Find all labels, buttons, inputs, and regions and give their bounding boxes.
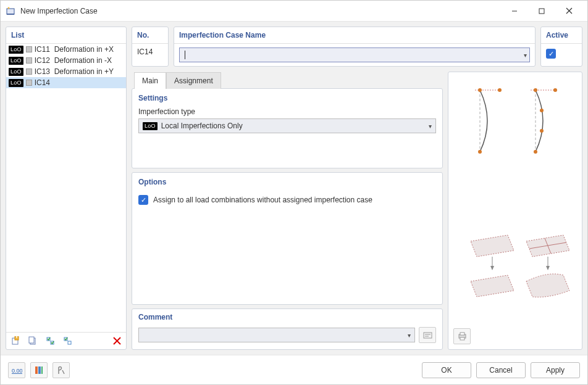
app-icon bbox=[6, 6, 15, 16]
name-title: Imperfection Case Name bbox=[174, 27, 535, 44]
cancel-button[interactable]: Cancel bbox=[476, 362, 526, 378]
svg-point-24 bbox=[478, 88, 482, 92]
list-item-name: Deformation in -X bbox=[54, 56, 112, 65]
list-item-id: IC11 bbox=[35, 45, 52, 54]
list-badge: LoO bbox=[9, 68, 23, 76]
svg-point-33 bbox=[534, 150, 537, 154]
list-item-id: IC12 bbox=[35, 56, 52, 65]
comment-edit-icon[interactable] bbox=[419, 327, 436, 343]
options-section: Options ✓ Assign to all load combination… bbox=[132, 172, 443, 305]
minimize-button[interactable] bbox=[501, 3, 528, 19]
list-item-name: Deformation in +X bbox=[54, 45, 114, 54]
options-header: Options bbox=[132, 173, 442, 189]
svg-rect-49 bbox=[41, 366, 43, 374]
window-title: New Imperfection Case bbox=[20, 7, 98, 15]
list-item[interactable]: LoOIC11Deformation in +X bbox=[6, 44, 126, 55]
chevron-down-icon[interactable]: ▾ bbox=[524, 52, 527, 59]
list-item-id: IC13 bbox=[35, 67, 52, 76]
assign-all-label: Assign to all load combinations without … bbox=[153, 196, 372, 204]
svg-rect-48 bbox=[38, 366, 41, 374]
new-icon[interactable] bbox=[9, 334, 22, 348]
tab-assignment[interactable]: Assignment bbox=[166, 72, 221, 89]
imperfection-type-dropdown[interactable]: LoO Local Imperfections Only ▾ bbox=[138, 118, 436, 133]
list-badge: LoO bbox=[9, 57, 23, 65]
svg-point-2 bbox=[8, 7, 10, 9]
chevron-down-icon: ▾ bbox=[429, 123, 432, 130]
preview-image bbox=[453, 77, 577, 325]
assign-all-checkbox[interactable]: ✓ bbox=[138, 195, 148, 205]
svg-marker-37 bbox=[471, 275, 514, 297]
list-badge: LoO bbox=[9, 79, 23, 87]
name-panel: Imperfection Case Name ▾ bbox=[174, 27, 536, 67]
svg-point-26 bbox=[478, 150, 482, 154]
list-item-name: Deformation in +Y bbox=[54, 67, 114, 76]
active-title: Active bbox=[541, 27, 582, 44]
type-badge: LoO bbox=[143, 122, 158, 130]
apply-button[interactable]: Apply bbox=[531, 362, 580, 378]
delete-icon[interactable] bbox=[110, 334, 124, 348]
check-all-icon[interactable] bbox=[43, 334, 57, 348]
tab-main[interactable]: Main bbox=[134, 72, 166, 89]
list-item[interactable]: LoOIC12Deformation in -X bbox=[6, 55, 126, 66]
svg-point-30 bbox=[553, 88, 557, 92]
bottom-right-buttons: OK Cancel Apply bbox=[422, 362, 580, 378]
svg-rect-0 bbox=[7, 9, 14, 14]
svg-rect-4 bbox=[539, 9, 544, 14]
color-swatch bbox=[26, 46, 32, 52]
list-item[interactable]: LoOIC13Deformation in +Y bbox=[6, 66, 126, 77]
svg-rect-12 bbox=[29, 337, 34, 343]
svg-point-31 bbox=[540, 109, 544, 112]
imperfection-type-label: Imperfection type bbox=[138, 107, 436, 116]
svg-point-25 bbox=[498, 88, 502, 92]
list-toolbar bbox=[6, 332, 126, 349]
titlebar: New Imperfection Case bbox=[1, 1, 587, 22]
list-badge: LoO bbox=[9, 46, 23, 54]
close-button[interactable] bbox=[555, 3, 582, 19]
form-panel: Main Assignment Settings Imperfection ty… bbox=[132, 72, 443, 350]
bottom-left-tools: 0.00 bbox=[8, 362, 70, 378]
active-panel: Active ✓ bbox=[540, 27, 582, 67]
dialog-window: New Imperfection Case List LoOIC11Deform… bbox=[0, 0, 588, 385]
maximize-button[interactable] bbox=[528, 3, 555, 19]
svg-rect-47 bbox=[35, 366, 38, 374]
svg-point-32 bbox=[540, 129, 544, 133]
list-body: LoOIC11Deformation in +XLoOIC12Deformati… bbox=[6, 44, 126, 332]
list-title: List bbox=[6, 27, 126, 44]
no-title: No. bbox=[132, 27, 168, 44]
content: List LoOIC11Deformation in +XLoOIC12Defo… bbox=[1, 22, 587, 355]
comment-input[interactable]: ▾ bbox=[138, 328, 415, 342]
comment-header: Comment bbox=[138, 313, 436, 323]
units-icon[interactable]: 0.00 bbox=[8, 362, 25, 378]
window-controls bbox=[501, 3, 582, 19]
preview-panel bbox=[448, 72, 582, 350]
svg-marker-42 bbox=[546, 266, 550, 270]
chevron-down-icon: ▾ bbox=[408, 332, 411, 339]
mid-row: Main Assignment Settings Imperfection ty… bbox=[132, 72, 582, 350]
help-icon[interactable] bbox=[52, 362, 70, 378]
color-swatch bbox=[26, 68, 32, 75]
ok-button[interactable]: OK bbox=[422, 362, 471, 378]
name-input[interactable]: ▾ bbox=[179, 48, 530, 62]
svg-text:0.00: 0.00 bbox=[12, 368, 22, 374]
comment-panel: Comment ▾ bbox=[132, 308, 443, 350]
svg-rect-44 bbox=[460, 333, 464, 335]
uncheck-all-icon[interactable] bbox=[61, 334, 74, 348]
svg-rect-45 bbox=[460, 337, 464, 340]
svg-rect-19 bbox=[424, 333, 432, 338]
name-text-input[interactable] bbox=[185, 50, 524, 60]
preview-toolbar bbox=[453, 328, 577, 344]
list-item[interactable]: LoOIC14 bbox=[6, 77, 126, 88]
bottom-bar: 0.00 OK Cancel Apply bbox=[1, 355, 587, 384]
settings-icon[interactable] bbox=[30, 362, 48, 378]
color-swatch bbox=[26, 80, 32, 86]
svg-rect-16 bbox=[68, 341, 71, 344]
preview-print-icon[interactable] bbox=[453, 328, 471, 344]
main-area: No. IC14 Imperfection Case Name ▾ Active bbox=[132, 27, 582, 350]
active-checkbox[interactable]: ✓ bbox=[546, 49, 556, 59]
copy-icon[interactable] bbox=[26, 334, 40, 348]
list-panel: List LoOIC11Deformation in +XLoOIC12Defo… bbox=[6, 27, 127, 350]
svg-marker-34 bbox=[471, 235, 514, 257]
list-item-id: IC14 bbox=[35, 78, 52, 87]
type-value: Local Imperfections Only bbox=[161, 122, 243, 130]
svg-marker-36 bbox=[490, 266, 494, 270]
